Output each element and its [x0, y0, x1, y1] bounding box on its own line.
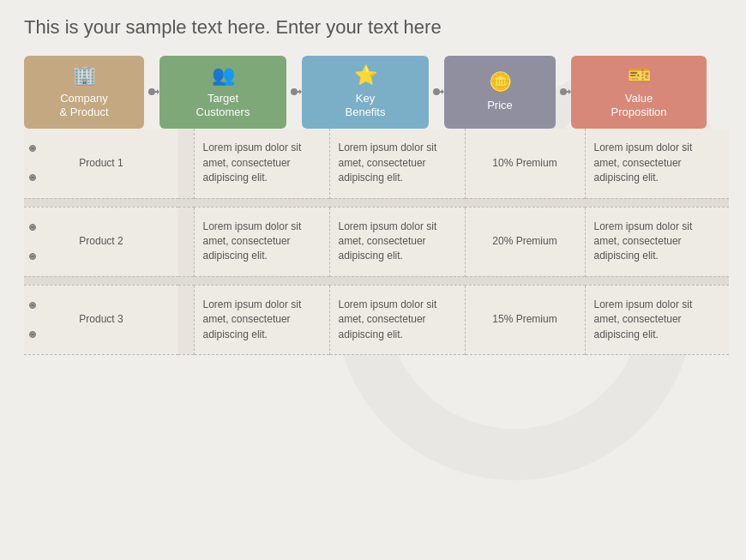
- row1-benefits: Lorem ipsum dolor sit amet, consectetuer…: [329, 129, 465, 198]
- svg-point-2: [148, 88, 155, 95]
- svg-point-8: [433, 88, 440, 95]
- row2-customers: Lorem ipsum dolor sit amet, consectetuer…: [194, 207, 329, 276]
- header-price-label: Price: [487, 99, 513, 113]
- product-name-2: Product 2: [24, 207, 178, 276]
- screw: [29, 302, 36, 309]
- row1-value: Lorem ipsum dolor sit amet, consectetuer…: [585, 129, 729, 198]
- screw: [29, 224, 36, 231]
- header-price: 🪙 Price: [444, 56, 556, 129]
- building-icon: 🏢: [73, 64, 96, 87]
- page-title: This is your sample text here. Enter you…: [24, 15, 722, 40]
- arrow-2: [286, 56, 302, 129]
- table-row: Product 1 Lorem ipsum dolor sit amet, co…: [24, 129, 729, 198]
- row1-customers: Lorem ipsum dolor sit amet, consectetuer…: [194, 129, 329, 198]
- table-row: Product 2 Lorem ipsum dolor sit amet, co…: [24, 207, 729, 276]
- svg-marker-13: [569, 89, 571, 94]
- screws-3: [29, 286, 36, 354]
- svg-point-11: [560, 88, 567, 95]
- customers-icon: 👥: [212, 64, 235, 87]
- screw: [29, 145, 36, 152]
- screw: [29, 253, 36, 260]
- price-icon: 🪙: [489, 71, 512, 93]
- row2-benefits: Lorem ipsum dolor sit amet, consectetuer…: [329, 207, 465, 276]
- product-name-3: Product 3: [24, 285, 178, 354]
- page: This is your sample text here. Enter you…: [0, 0, 746, 560]
- data-table: Product 1 Lorem ipsum dolor sit amet, co…: [24, 129, 729, 355]
- header-customers: 👥 TargetCustomers: [159, 56, 286, 129]
- row3-price: 15% Premium: [465, 285, 585, 354]
- svg-marker-7: [299, 89, 302, 94]
- spacer: [178, 129, 194, 198]
- arrow-1: [144, 56, 159, 129]
- row3-benefits: Lorem ipsum dolor sit amet, consectetuer…: [329, 285, 465, 354]
- separator-row: [24, 276, 729, 285]
- screws-2: [29, 208, 36, 276]
- svg-marker-10: [442, 89, 444, 94]
- svg-marker-4: [157, 89, 159, 94]
- separator-row: [24, 198, 729, 207]
- header-customers-label: TargetCustomers: [196, 92, 250, 121]
- header-company-label: Company& Product: [59, 92, 108, 121]
- header-company: 🏢 Company& Product: [24, 56, 144, 129]
- row3-value: Lorem ipsum dolor sit amet, consectetuer…: [585, 285, 729, 354]
- header-benefits-label: KeyBenefits: [346, 92, 386, 121]
- row2-price: 20% Premium: [465, 207, 585, 276]
- row1-price: 10% Premium: [465, 129, 585, 198]
- spacer: [178, 207, 194, 276]
- header-value-label: ValueProposition: [611, 92, 666, 121]
- arrow-4: [556, 56, 571, 129]
- header-benefits: ⭐ KeyBenefits: [302, 56, 429, 129]
- row3-customers: Lorem ipsum dolor sit amet, consectetuer…: [194, 285, 329, 354]
- product-name-1: Product 1: [24, 129, 178, 198]
- header-row: 🏢 Company& Product 👥 TargetCustomers ⭐ K…: [24, 56, 722, 129]
- spacer: [178, 285, 194, 354]
- table-row: Product 3 Lorem ipsum dolor sit amet, co…: [24, 285, 729, 354]
- row2-value: Lorem ipsum dolor sit amet, consectetuer…: [585, 207, 729, 276]
- screws-1: [29, 129, 36, 197]
- value-icon: 🎫: [628, 64, 651, 87]
- svg-point-5: [291, 88, 298, 95]
- header-value: 🎫 ValueProposition: [571, 56, 707, 129]
- screw: [29, 331, 36, 338]
- arrow-3: [429, 56, 444, 129]
- star-icon: ⭐: [354, 64, 377, 87]
- screw: [29, 174, 36, 181]
